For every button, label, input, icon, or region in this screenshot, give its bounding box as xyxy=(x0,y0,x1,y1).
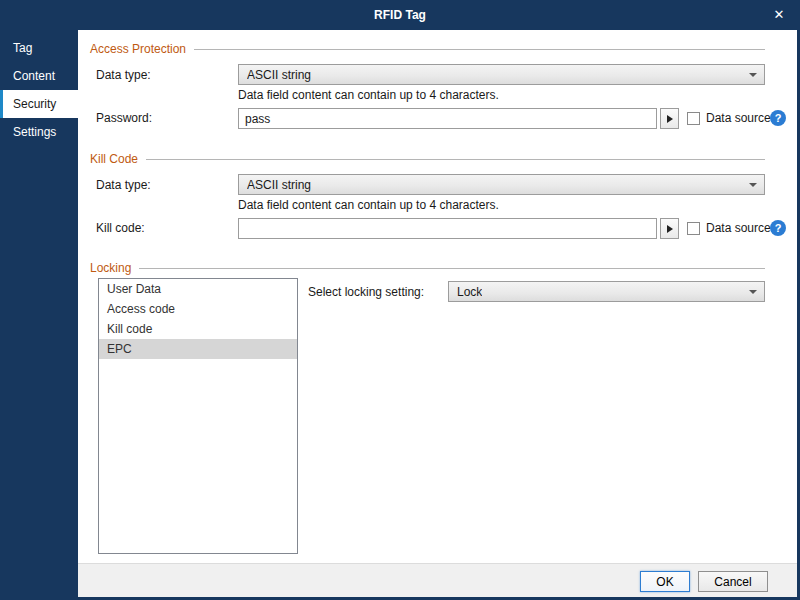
sidebar: Tag Content Security Settings xyxy=(0,30,78,600)
kill-code-expand-button[interactable] xyxy=(660,218,679,239)
section-title-locking: Locking xyxy=(90,261,131,275)
section-title-kill-code: Kill Code xyxy=(90,152,138,166)
access-data-type-select[interactable]: ASCII string xyxy=(238,64,765,85)
chevron-down-icon xyxy=(749,290,757,294)
sidebar-item-security[interactable]: Security xyxy=(0,90,78,118)
list-item-epc[interactable]: EPC xyxy=(99,339,297,359)
footer: OK Cancel xyxy=(78,563,797,597)
section-divider xyxy=(146,159,765,160)
password-expand-button[interactable] xyxy=(660,108,679,129)
locking-setting-label: Select locking setting: xyxy=(308,285,424,299)
password-input[interactable] xyxy=(238,108,657,129)
sidebar-item-content[interactable]: Content xyxy=(0,62,78,90)
data-type-label: Data type: xyxy=(96,68,151,82)
password-data-source-label: Data source xyxy=(706,111,771,125)
kill-data-type-label: Data type: xyxy=(96,178,151,192)
kill-help-icon[interactable]: ? xyxy=(770,220,786,236)
locking-setting-value: Lock xyxy=(457,285,482,299)
dialog-title: RFID Tag xyxy=(0,0,800,30)
rfid-tag-dialog: RFID Tag ✕ Tag Content Security Settings… xyxy=(0,0,800,600)
kill-code-label: Kill code: xyxy=(96,221,145,235)
password-help-icon[interactable]: ? xyxy=(770,110,786,126)
locking-fields-list: User Data Access code Kill code EPC xyxy=(98,278,298,554)
locking-setting-select[interactable]: Lock xyxy=(448,281,765,302)
close-icon[interactable]: ✕ xyxy=(768,5,790,25)
kill-helper-text: Data field content can contain up to 4 c… xyxy=(238,198,499,212)
play-icon xyxy=(667,115,673,123)
access-helper-text: Data field content can contain up to 4 c… xyxy=(238,88,499,102)
play-icon xyxy=(667,225,673,233)
kill-data-type-value: ASCII string xyxy=(247,178,311,192)
kill-data-type-select[interactable]: ASCII string xyxy=(238,174,765,195)
sidebar-item-tag[interactable]: Tag xyxy=(0,34,78,62)
section-divider xyxy=(139,268,765,269)
content-panel: Access Protection Data type: ASCII strin… xyxy=(78,30,797,563)
list-item-user-data[interactable]: User Data xyxy=(99,279,297,299)
password-label: Password: xyxy=(96,111,152,125)
list-item-kill-code[interactable]: Kill code xyxy=(99,319,297,339)
kill-data-source-checkbox[interactable] xyxy=(687,222,700,235)
password-data-source-checkbox[interactable] xyxy=(687,112,700,125)
chevron-down-icon xyxy=(749,183,757,187)
ok-button[interactable]: OK xyxy=(640,571,690,592)
sidebar-item-settings[interactable]: Settings xyxy=(0,118,78,146)
section-header-kill-code: Kill Code xyxy=(90,152,765,166)
section-title-access-protection: Access Protection xyxy=(90,42,186,56)
access-data-type-value: ASCII string xyxy=(247,68,311,82)
titlebar: RFID Tag ✕ xyxy=(0,0,800,30)
section-divider xyxy=(194,49,765,50)
list-item-access-code[interactable]: Access code xyxy=(99,299,297,319)
cancel-button[interactable]: Cancel xyxy=(698,571,768,592)
kill-data-source-label: Data source xyxy=(706,221,771,235)
chevron-down-icon xyxy=(749,73,757,77)
kill-code-input[interactable] xyxy=(238,218,657,239)
section-header-access-protection: Access Protection xyxy=(90,42,765,56)
section-header-locking: Locking xyxy=(90,261,765,275)
